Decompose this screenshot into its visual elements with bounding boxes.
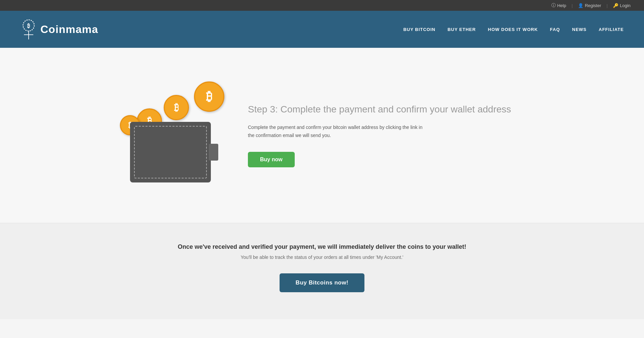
step-description: Complete the payment and confirm your bi… [248,124,430,140]
help-link[interactable]: ⓘ Help [551,2,566,8]
help-icon: ⓘ [551,2,556,8]
bitcoin-coin-2: ₿ [164,95,189,120]
nav-buy-bitcoin[interactable]: BUY BITCOIN [403,27,435,32]
nav-faq[interactable]: FAQ [550,27,560,32]
step-section: ₿ ₿ ₿ ₿ Step 3: Complete the payment and… [120,68,524,203]
logo-bold: Coin [40,23,66,35]
bottom-main-text: Once we've received and verified your pa… [13,243,631,250]
login-label: Login [620,3,631,8]
wallet-illustration: ₿ ₿ ₿ ₿ [120,81,221,189]
step-title: Step 3: Complete the payment and confirm… [248,103,524,115]
header: ₿ Coinmama BUY BITCOIN BUY ETHER HOW DOE… [0,11,644,48]
logo-text: Coinmama [40,23,98,36]
nav-how-it-works[interactable]: HOW DOES IT WORK [488,27,538,32]
divider-1: | [572,3,573,8]
bitcoin-coin-1: ₿ [194,81,224,112]
main-nav: BUY BITCOIN BUY ETHER HOW DOES IT WORK F… [403,27,624,32]
nav-affiliate[interactable]: AFFILIATE [599,27,624,32]
svg-text:₿: ₿ [27,23,30,29]
buy-now-button[interactable]: Buy now [248,152,295,167]
wallet-dashed-border [134,126,207,178]
logo-light: mama [66,23,98,35]
buy-bitcoins-button[interactable]: Buy Bitcoins now! [280,273,365,292]
login-icon: 🔑 [613,3,618,8]
bottom-sub-text: You'll be able to track the status of yo… [13,255,631,260]
bottom-section: Once we've received and verified your pa… [0,223,644,319]
nav-buy-ether[interactable]: BUY ETHER [448,27,476,32]
nav-news[interactable]: NEWS [572,27,587,32]
wallet-body [130,122,211,182]
help-label: Help [557,3,566,8]
step-content: Step 3: Complete the payment and confirm… [248,103,524,167]
register-label: Register [585,3,601,8]
logo-icon: ₿ [20,19,37,39]
register-link[interactable]: 👤 Register [578,3,601,8]
user-icon: 👤 [578,3,583,8]
logo: ₿ Coinmama [20,19,98,39]
login-link[interactable]: 🔑 Login [613,3,631,8]
top-bar: ⓘ Help | 👤 Register | 🔑 Login [0,0,644,11]
wallet-clasp [209,144,218,161]
divider-2: | [607,3,608,8]
main-content: ₿ ₿ ₿ ₿ Step 3: Complete the payment and… [0,48,644,223]
